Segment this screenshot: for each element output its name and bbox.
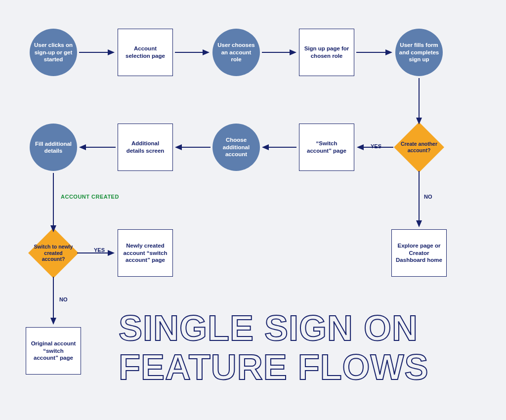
node-choose-additional-account: Choose additional account <box>212 124 260 171</box>
flowchart-canvas: User clicks on sign-up or get started Ac… <box>0 0 506 420</box>
edge-label-no-switch: NO <box>59 296 68 302</box>
node-signup-page-for-role: Sign up page for chosen role <box>299 29 354 76</box>
node-switch-to-new-account-decision: Switch to newly created account? <box>29 228 78 278</box>
node-create-another-account-decision: Create another account? <box>394 123 444 172</box>
node-account-selection-page: Account selection page <box>118 29 173 76</box>
node-original-switch-page: Original account “switch account” page <box>26 327 81 375</box>
node-additional-details-screen: Additional details screen <box>118 124 173 171</box>
node-switch-account-page: “Switch account” page <box>299 124 354 171</box>
diagram-title: SINGLE SIGN ON FEATURE FLOWS <box>119 309 429 387</box>
node-user-fills-form: User fills form and completes sign up <box>395 29 443 76</box>
edge-label-no-create: NO <box>424 194 432 200</box>
edge-label-yes-switch: YES <box>94 247 105 253</box>
node-user-chooses-role: User chooses an account role <box>212 29 260 76</box>
node-user-clicks-signup: User clicks on sign-up or get started <box>30 29 77 76</box>
node-fill-additional-details: Fill additional details <box>30 124 77 171</box>
edge-label-account-created: ACCOUNT CREATED <box>61 194 119 200</box>
edge-label-yes-create: YES <box>371 143 381 149</box>
node-explore-or-dashboard: Explore page or Creator Dashboard home <box>391 229 447 277</box>
node-newly-created-switch-page: Newly created account “switch account” p… <box>118 229 173 277</box>
